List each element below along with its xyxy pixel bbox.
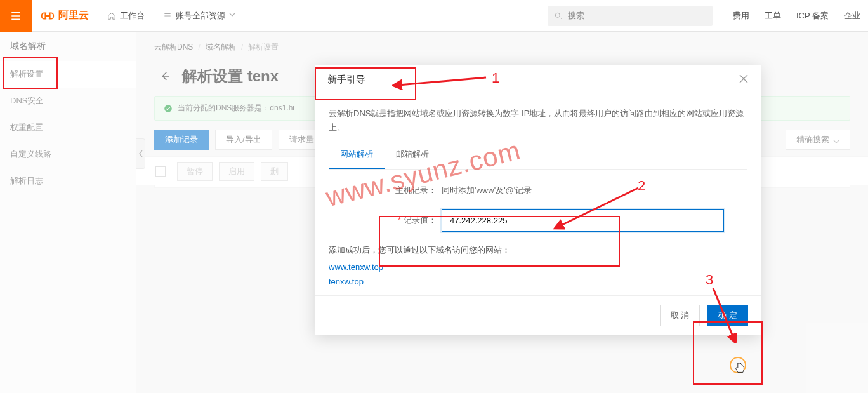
domain-link-www[interactable]: www.tenxw.top — [329, 262, 747, 272]
modal-tabs: 网站解析 邮箱解析 — [329, 142, 747, 170]
home-icon — [107, 11, 116, 20]
global-search[interactable]: 搜索 — [548, 6, 713, 26]
domain-link-apex[interactable]: tenxw.top — [329, 277, 747, 286]
close-icon — [739, 74, 748, 83]
modal-body: 云解析DNS就是指把网站域名或应用资源转换为数字 IP地址，从而将最终用户的访问… — [315, 95, 761, 295]
hamburger-menu-button[interactable] — [0, 0, 32, 32]
tab-website-resolve[interactable]: 网站解析 — [329, 142, 385, 169]
workspace-link[interactable]: 工作台 — [98, 0, 154, 32]
aliyun-logo-icon — [41, 9, 55, 23]
record-value-label: *记录值： — [392, 215, 437, 226]
search-icon — [554, 11, 563, 20]
nav-ticket[interactable]: 工单 — [757, 10, 789, 22]
form-row-host: 主机记录： 同时添加'www'及'@'记录 — [329, 185, 747, 196]
nav-ent[interactable]: 企业 — [836, 10, 868, 22]
topbar: 阿里云 工作台 账号全部资源 搜索 费用 工单 ICP 备案 企业 — [0, 0, 868, 32]
workspace-label: 工作台 — [120, 10, 145, 22]
search-placeholder: 搜索 — [568, 10, 584, 22]
svg-point-0 — [555, 13, 560, 17]
resource-dropdown[interactable]: 账号全部资源 — [154, 0, 248, 32]
wizard-modal: 新手引导 云解析DNS就是指把网站域名或应用资源转换为数字 IP地址，从而将最终… — [315, 65, 761, 335]
tab-mail-resolve[interactable]: 邮箱解析 — [385, 142, 440, 169]
nav-icp[interactable]: ICP 备案 — [789, 10, 836, 22]
modal-footer: 取 消 确 定 — [315, 295, 761, 335]
aliyun-logo[interactable]: 阿里云 — [41, 9, 89, 23]
modal-cancel-button[interactable]: 取 消 — [660, 305, 700, 326]
logo-text: 阿里云 — [58, 9, 89, 22]
topbar-right: 费用 工单 ICP 备案 企业 — [725, 10, 868, 22]
host-record-value: 同时添加'www'及'@'记录 — [442, 185, 532, 196]
record-value-input[interactable] — [442, 209, 724, 232]
form-row-record: *记录值： — [329, 209, 747, 232]
list-icon — [163, 11, 172, 20]
modal-header: 新手引导 — [315, 65, 761, 95]
modal-confirm-button[interactable]: 确 定 — [707, 305, 748, 326]
chevron-down-icon — [229, 10, 235, 19]
modal-title: 新手引导 — [327, 74, 365, 86]
modal-description: 云解析DNS就是指把网站域名或应用资源转换为数字 IP地址，从而将最终用户的访问… — [329, 107, 747, 135]
modal-close-button[interactable] — [739, 73, 748, 86]
host-record-label: 主机记录： — [392, 185, 437, 196]
nav-fee[interactable]: 费用 — [725, 10, 757, 22]
resource-label: 账号全部资源 — [176, 10, 225, 22]
hamburger-icon — [10, 10, 22, 22]
success-note: 添加成功后，您可以通过以下域名访问您的网站： — [329, 244, 747, 256]
